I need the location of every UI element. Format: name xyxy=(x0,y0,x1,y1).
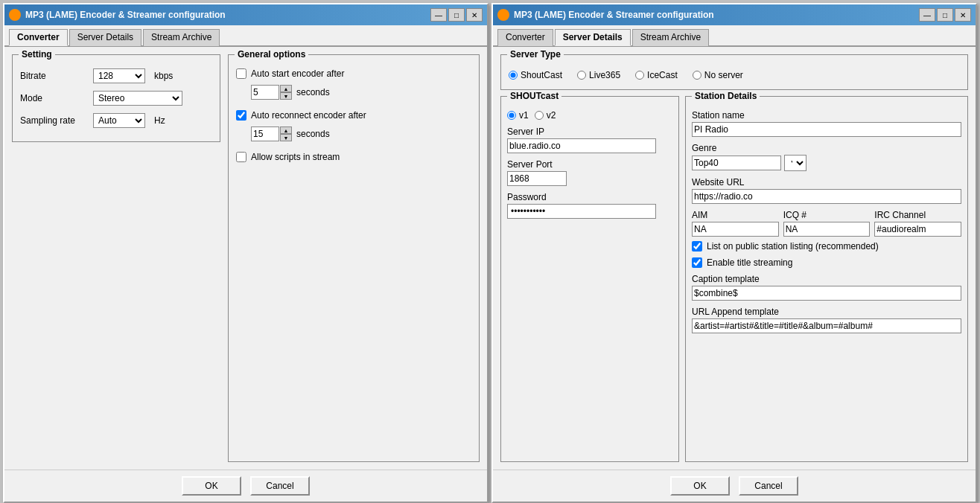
title-buttons-1: — □ ✕ xyxy=(430,8,483,22)
irc-label: IRC Channel xyxy=(874,210,961,220)
radio-v2: v2 xyxy=(535,110,556,121)
radio-v2-label: v2 xyxy=(547,110,556,121)
station-panel: Station Details Station name Genre ▼ xyxy=(685,96,968,462)
caption-group: Caption template xyxy=(692,274,961,301)
password-group: Password xyxy=(507,192,672,219)
radio-noserver-input[interactable] xyxy=(693,71,701,80)
genre-select[interactable]: ▼ xyxy=(784,155,806,171)
app-icon-2 xyxy=(497,9,509,21)
auto-start-down[interactable]: ▼ xyxy=(280,92,292,100)
radio-icecast-input[interactable] xyxy=(635,71,644,80)
close-btn-2[interactable]: ✕ xyxy=(955,8,971,22)
auto-reconnect-spin-buttons: ▲ ▼ xyxy=(280,126,292,141)
auto-reconnect-down[interactable]: ▼ xyxy=(280,134,292,141)
radio-live365: Live365 xyxy=(577,70,620,80)
website-group: Website URL xyxy=(692,177,961,204)
public-listing-checkbox[interactable] xyxy=(692,241,702,252)
tab-server-1[interactable]: Server Details xyxy=(69,29,141,46)
right-panel-1: General options Auto start encoder after… xyxy=(228,54,480,462)
caption-label: Caption template xyxy=(692,274,961,284)
bitrate-select[interactable]: 128 64 192 320 xyxy=(93,68,145,83)
cancel-btn-2[interactable]: Cancel xyxy=(739,476,798,496)
radio-v1-input[interactable] xyxy=(507,111,516,120)
server-port-input[interactable] xyxy=(507,171,567,186)
mode-select[interactable]: Stereo Joint Stereo Mono xyxy=(93,91,182,106)
title-buttons-2: — □ ✕ xyxy=(919,8,971,22)
url-append-input[interactable] xyxy=(692,318,961,333)
auto-start-seconds-label: seconds xyxy=(296,87,330,97)
radio-icecast: IceCast xyxy=(635,70,678,80)
setting-group: Setting Bitrate 128 64 192 320 kbps Mode xyxy=(12,54,220,142)
auto-reconnect-up[interactable]: ▲ xyxy=(280,126,292,134)
title-streaming-label: Enable title streaming xyxy=(707,257,792,268)
auto-start-row: Auto start encoder after xyxy=(236,68,471,79)
window-1: MP3 (LAME) Encoder & Streamer configurat… xyxy=(3,3,489,503)
auto-start-spin: ▲ ▼ xyxy=(251,85,292,100)
server-type-group: Server Type ShoutCast Live365 IceCast No… xyxy=(500,54,968,90)
auto-start-up[interactable]: ▲ xyxy=(280,85,292,92)
window-2: MP3 (LAME) Encoder & Streamer configurat… xyxy=(491,3,977,503)
radio-v2-input[interactable] xyxy=(535,111,544,120)
bitrate-label: Bitrate xyxy=(20,71,87,81)
radio-shoutcast-label: ShoutCast xyxy=(521,70,562,80)
close-btn-1[interactable]: ✕ xyxy=(466,8,483,22)
radio-live365-input[interactable] xyxy=(577,71,586,80)
minimize-btn-1[interactable]: — xyxy=(430,8,447,22)
auto-start-input[interactable] xyxy=(251,85,279,100)
icq-group: ICQ # xyxy=(783,210,871,237)
maximize-btn-2[interactable]: □ xyxy=(937,8,953,22)
aim-input[interactable] xyxy=(692,222,779,237)
server-ip-input[interactable] xyxy=(507,138,656,153)
sampling-row: Sampling rate Auto 44100 48000 Hz xyxy=(20,113,212,128)
station-name-input[interactable] xyxy=(692,122,961,137)
allow-scripts-checkbox[interactable] xyxy=(236,152,246,162)
allow-scripts-label: Allow scripts in stream xyxy=(251,152,340,162)
website-input[interactable] xyxy=(692,189,961,204)
irc-input[interactable] xyxy=(874,222,961,237)
genre-group: Genre ▼ xyxy=(692,143,961,171)
tab-bar-1: Converter Server Details Stream Archive xyxy=(4,25,487,47)
server-ip-label: Server IP xyxy=(507,126,672,137)
minimize-btn-2[interactable]: — xyxy=(919,8,935,22)
tab-archive-2[interactable]: Stream Archive xyxy=(632,29,709,46)
shoutcast-title: SHOUTcast xyxy=(507,91,561,101)
auto-reconnect-label: Auto reconnect encoder after xyxy=(251,110,366,121)
tab-converter-1[interactable]: Converter xyxy=(9,29,68,46)
title-streaming-row: Enable title streaming xyxy=(692,257,961,268)
server-port-label: Server Port xyxy=(507,159,672,170)
sampling-label: Sampling rate xyxy=(20,115,87,126)
ok-btn-2[interactable]: OK xyxy=(670,476,730,496)
auto-reconnect-input[interactable] xyxy=(251,126,279,141)
aim-label: AIM xyxy=(692,210,779,220)
radio-icecast-label: IceCast xyxy=(647,70,678,80)
auto-reconnect-checkbox[interactable] xyxy=(236,110,246,121)
general-group: General options Auto start encoder after… xyxy=(228,54,480,462)
tab-converter-2[interactable]: Converter xyxy=(497,29,553,46)
password-input[interactable] xyxy=(507,204,656,219)
tab-archive-1[interactable]: Stream Archive xyxy=(143,29,220,46)
auto-start-checkbox[interactable] xyxy=(236,68,246,79)
footer-2: OK Cancel xyxy=(493,470,976,502)
cancel-btn-1[interactable]: Cancel xyxy=(250,476,310,496)
genre-input[interactable] xyxy=(692,156,781,170)
bitrate-row: Bitrate 128 64 192 320 kbps xyxy=(20,68,212,83)
server-ip-group: Server IP xyxy=(507,126,672,153)
title-streaming-checkbox[interactable] xyxy=(692,257,702,268)
bitrate-unit: kbps xyxy=(154,71,173,81)
mode-label: Mode xyxy=(20,93,87,103)
server-port-group: Server Port xyxy=(507,159,672,186)
radio-shoutcast-input[interactable] xyxy=(509,71,518,80)
ok-btn-1[interactable]: OK xyxy=(182,476,241,496)
auto-reconnect-seconds-row: ▲ ▼ seconds xyxy=(251,126,471,141)
icq-input[interactable] xyxy=(783,222,871,237)
server-type-radios: ShoutCast Live365 IceCast No server xyxy=(509,67,960,83)
version-row: v1 v2 xyxy=(507,110,672,121)
left-panel-1: Setting Bitrate 128 64 192 320 kbps Mode xyxy=(12,54,220,462)
genre-label: Genre xyxy=(692,143,961,153)
caption-input[interactable] xyxy=(692,286,961,301)
sampling-select[interactable]: Auto 44100 48000 xyxy=(93,113,145,128)
website-label: Website URL xyxy=(692,177,961,188)
maximize-btn-1[interactable]: □ xyxy=(448,8,465,22)
title-bar-2: MP3 (LAME) Encoder & Streamer configurat… xyxy=(493,4,976,25)
tab-server-2[interactable]: Server Details xyxy=(555,29,631,46)
